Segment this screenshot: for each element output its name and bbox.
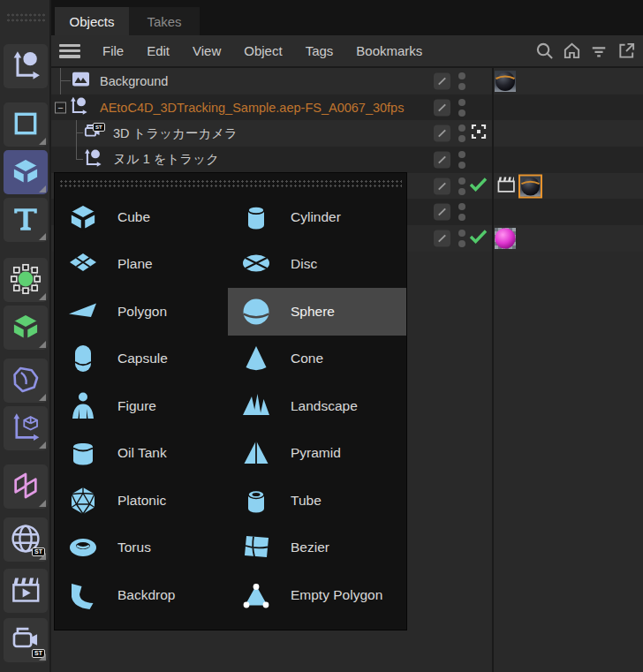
visibility-dots[interactable] — [458, 151, 465, 169]
material-thumbnail-dark-selected[interactable] — [518, 174, 542, 198]
pyramid-icon — [240, 437, 272, 469]
popup-item-backdrop[interactable]: Backdrop — [55, 571, 228, 619]
edit-toggle[interactable] — [434, 99, 450, 116]
visibility-dots[interactable] — [458, 230, 465, 247]
menu-tags[interactable]: Tags — [294, 36, 345, 65]
capsule-icon — [67, 343, 99, 374]
enabled-check-icon[interactable] — [469, 229, 488, 247]
popup-item-plane[interactable]: Plane — [55, 241, 228, 289]
visibility-dots[interactable] — [458, 177, 465, 195]
tab-takes-label: Takes — [147, 14, 181, 29]
menu-file[interactable]: File — [91, 36, 135, 65]
mograph-cube-tool-button[interactable] — [4, 306, 48, 350]
popup-item-landscape[interactable]: Landscape — [228, 382, 406, 430]
primitive-popup-palette: Cube Cylinder Plane Disc Polygon Sphere — [55, 173, 406, 630]
tree-branch — [76, 159, 83, 160]
stage-film-icon[interactable] — [496, 176, 516, 197]
empty-polygon-icon — [240, 579, 272, 611]
tree-line — [76, 147, 77, 160]
clapper-play-icon — [11, 575, 41, 608]
null-cube-axis-icon — [11, 412, 41, 445]
popup-item-disc[interactable]: Disc — [228, 241, 406, 289]
sky-object-tool-button[interactable]: ST — [4, 517, 48, 562]
popup-item-platonic[interactable]: Platonic — [55, 477, 228, 525]
edit-toggle[interactable] — [434, 151, 450, 168]
cinema4d-object-manager: ST ST Objects Takes File Edit View Objec… — [0, 0, 643, 672]
cube-icon — [11, 156, 41, 189]
edit-toggle[interactable] — [434, 125, 450, 142]
field-sphere-icon — [10, 263, 42, 298]
filter-icon[interactable] — [588, 41, 609, 62]
tree-branch — [76, 132, 83, 133]
menu-edit[interactable]: Edit — [135, 36, 181, 65]
popup-item-torus[interactable]: Torus — [55, 525, 228, 572]
tube-icon — [240, 485, 272, 517]
symmetry-tool-button[interactable] — [4, 464, 48, 509]
menu-object[interactable]: Object — [232, 36, 293, 65]
field-tool-button[interactable] — [4, 258, 48, 302]
background-image-icon — [72, 72, 89, 90]
menu-bookmarks[interactable]: Bookmarks — [344, 36, 434, 65]
popup-item-polygon[interactable]: Polygon — [55, 288, 228, 336]
st-badge: ST — [32, 649, 45, 658]
popup-item-cone[interactable]: Cone — [228, 336, 406, 383]
cube-primitive-tool-button[interactable] — [4, 150, 48, 194]
object-label[interactable]: Background — [100, 68, 168, 94]
material-thumbnail-magenta[interactable] — [495, 228, 516, 249]
object-row-ae-null[interactable]: − AEtoC4D_3DTracking_Sample.aep-FS_A0067… — [51, 94, 643, 121]
focus-crosshair-icon[interactable] — [471, 124, 487, 143]
object-label[interactable]: 3D トラッカーカメラ — [113, 120, 238, 147]
menu-view[interactable]: View — [181, 36, 232, 65]
collapse-toggle[interactable]: − — [55, 102, 66, 113]
popup-item-cylinder[interactable]: Cylinder — [228, 193, 406, 241]
edit-toggle[interactable] — [434, 204, 450, 221]
object-label[interactable]: ヌル 1 をトラック — [113, 147, 219, 173]
torus-icon — [67, 532, 99, 563]
popup-item-pyramid[interactable]: Pyramid — [228, 430, 406, 478]
edit-toggle[interactable] — [434, 177, 450, 194]
popup-item-empty-polygon[interactable]: Empty Polygon — [228, 571, 406, 619]
material-thumbnail-dark[interactable] — [495, 71, 516, 92]
metaball-tool-button[interactable] — [4, 359, 48, 403]
edit-toggle[interactable] — [434, 230, 450, 246]
popup-item-tube[interactable]: Tube — [228, 477, 406, 525]
plane-icon — [67, 248, 99, 280]
popup-item-bezier[interactable]: Bezier — [228, 525, 406, 572]
motext-tool-button[interactable] — [4, 198, 48, 242]
visibility-dots[interactable] — [458, 203, 465, 221]
xpresso-null-tool-button[interactable] — [4, 406, 48, 450]
popup-item-capsule[interactable]: Capsule — [55, 336, 228, 383]
visibility-dots[interactable] — [458, 125, 465, 142]
null-object-tool-button[interactable] — [4, 44, 48, 88]
popup-item-sphere[interactable]: Sphere — [228, 288, 406, 336]
object-row-tracker-camera[interactable]: ST 3D トラッカーカメラ — [51, 120, 643, 147]
pop-out-icon[interactable] — [616, 41, 637, 62]
popup-grip-handle[interactable] — [59, 179, 402, 187]
enabled-check-icon[interactable] — [469, 177, 488, 195]
object-row-background[interactable]: Background — [51, 68, 643, 94]
object-row-null-track[interactable]: ヌル 1 をトラック — [51, 147, 643, 173]
spline-rectangle-tool-button[interactable] — [4, 102, 48, 147]
null-object-icon — [83, 148, 102, 170]
backdrop-icon — [67, 579, 99, 611]
home-icon[interactable] — [561, 41, 582, 62]
visibility-dots[interactable] — [458, 72, 465, 90]
stage-object-tool-button[interactable] — [4, 569, 48, 613]
text-t-icon — [11, 205, 40, 236]
edit-toggle[interactable] — [434, 72, 450, 89]
disc-icon — [240, 248, 272, 280]
visibility-dots[interactable] — [458, 99, 465, 117]
popup-item-cube[interactable]: Cube — [55, 193, 228, 241]
object-label[interactable]: AEtoC4D_3DTracking_Sample.aep-FS_A0067_3… — [100, 94, 404, 121]
toolbar-grip-handle[interactable] — [6, 12, 45, 22]
motion-camera-tool-button[interactable]: ST — [4, 618, 48, 662]
tab-objects[interactable]: Objects — [55, 7, 129, 35]
search-icon[interactable] — [533, 41, 555, 62]
hamburger-menu-icon[interactable] — [59, 44, 80, 58]
landscape-icon — [240, 390, 272, 422]
popup-item-oil-tank[interactable]: Oil Tank — [55, 430, 228, 478]
popup-grid: Cube Cylinder Plane Disc Polygon Sphere — [55, 193, 406, 619]
tab-takes[interactable]: Takes — [129, 7, 200, 35]
green-cube-icon — [11, 312, 41, 344]
popup-item-figure[interactable]: Figure — [55, 382, 228, 430]
